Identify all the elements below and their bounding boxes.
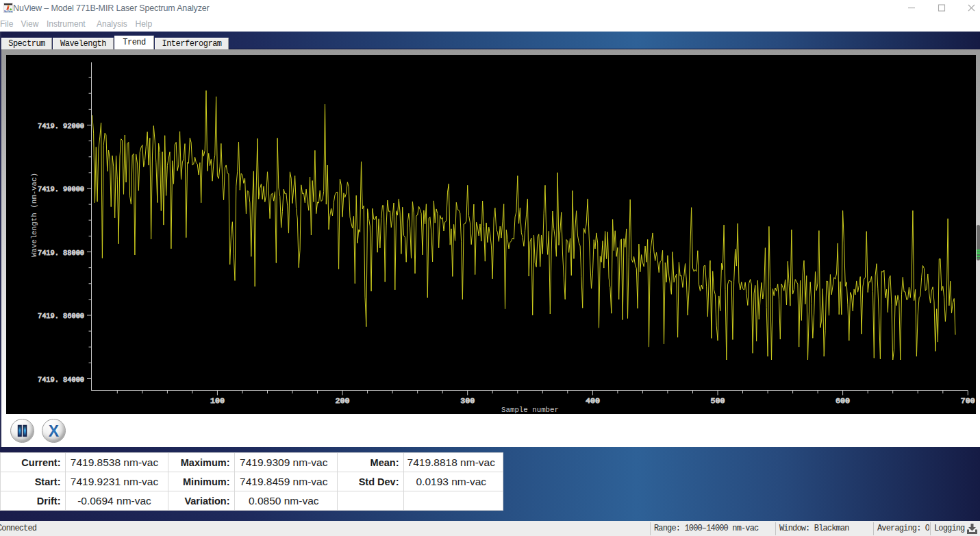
svg-text:200: 200 [336,397,350,405]
svg-text:400: 400 [586,397,600,405]
svg-text:Sample number: Sample number [501,406,559,414]
svg-text:Wavelength (nm-vac): Wavelength (nm-vac) [30,173,38,257]
svg-text:7419. 92000: 7419. 92000 [38,122,84,130]
svg-text:NuView: NuView [4,10,13,13]
svg-text:600: 600 [835,397,850,405]
svg-text:300: 300 [460,397,475,405]
svg-text:7419. 84000: 7419. 84000 [38,376,84,384]
svg-text:7419. 86000: 7419. 86000 [38,312,84,320]
svg-text:7419. 90000: 7419. 90000 [38,185,84,193]
svg-text:700: 700 [961,397,975,405]
svg-text:X: X [49,422,60,439]
svg-text:500: 500 [711,397,725,405]
svg-text:7419. 88000: 7419. 88000 [38,249,84,257]
svg-text:100: 100 [210,397,225,405]
